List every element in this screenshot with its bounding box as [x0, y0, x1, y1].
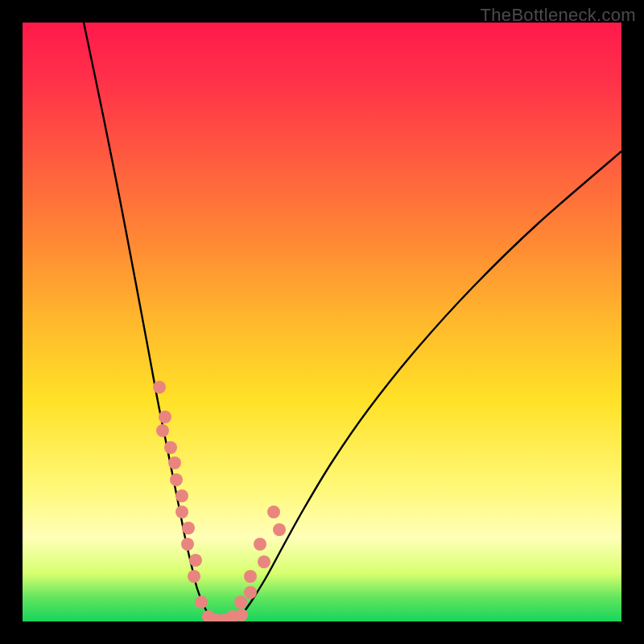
data-dot: [244, 586, 257, 599]
dots-group: [153, 381, 286, 621]
data-dot: [267, 506, 280, 518]
data-dot: [195, 596, 208, 609]
data-dot: [258, 555, 270, 568]
data-dot: [188, 570, 200, 583]
data-dot: [234, 596, 247, 609]
data-dot: [189, 554, 202, 567]
data-dot: [153, 381, 166, 394]
data-dot: [170, 473, 183, 486]
data-dot: [244, 570, 257, 583]
data-dot: [254, 538, 266, 551]
data-dot: [182, 522, 195, 535]
outer-frame: TheBottleneck.com: [0, 0, 644, 644]
data-dot: [273, 523, 286, 536]
data-dot: [164, 441, 177, 454]
data-dot: [175, 506, 188, 518]
data-dot: [156, 424, 169, 437]
data-dot: [235, 609, 248, 621]
data-dot: [175, 489, 188, 502]
data-dot: [159, 411, 171, 423]
watermark-text: TheBottleneck.com: [481, 5, 636, 26]
curve-svg: [23, 23, 621, 621]
bottleneck-curve: [84, 23, 621, 621]
data-dot: [168, 456, 181, 469]
plot-area: [23, 23, 621, 621]
data-dot: [181, 538, 194, 551]
